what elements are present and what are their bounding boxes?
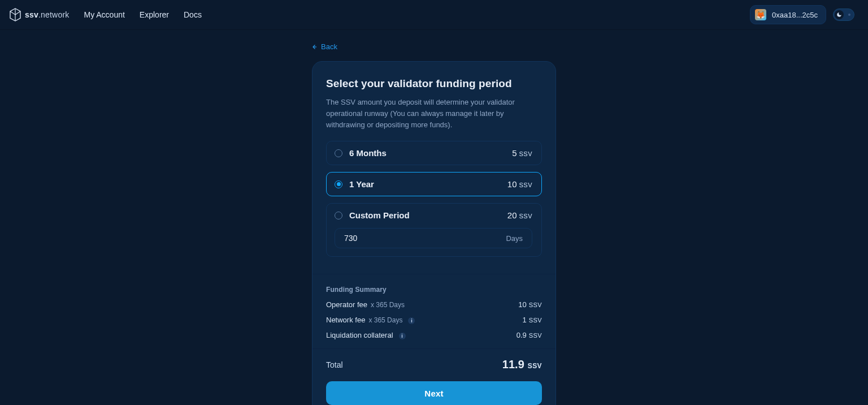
theme-toggle-dot (848, 14, 850, 16)
arrow-left-icon (311, 44, 318, 50)
custom-days-input[interactable] (344, 234, 506, 243)
option-price: 5SSV (512, 148, 532, 158)
summary-mult: x 365 Days (371, 301, 405, 309)
summary-label: Network fee (326, 316, 365, 324)
nav-explorer[interactable]: Explorer (140, 10, 169, 19)
wallet-avatar-icon: 🦊 (755, 9, 766, 20)
card-title: Select your validator funding period (326, 77, 542, 90)
option-price: 10SSV (507, 179, 532, 189)
radio-icon (335, 180, 342, 188)
option-price: 20SSV (507, 210, 532, 220)
option-label: Custom Period (349, 210, 410, 220)
option-1-year[interactable]: 1 Year 10SSV (326, 172, 542, 196)
back-link[interactable]: Back (311, 42, 337, 51)
info-icon[interactable]: i (399, 333, 406, 339)
top-nav: My Account Explorer Docs (84, 10, 201, 19)
summary-value: 10SSV (518, 300, 542, 309)
option-label: 1 Year (349, 179, 374, 189)
funding-summary: Funding Summary Operator fee x 365 Days … (313, 274, 555, 348)
radio-icon (335, 149, 342, 157)
option-6-months[interactable]: 6 Months 5SSV (326, 141, 542, 165)
summary-heading: Funding Summary (326, 286, 542, 294)
days-suffix: Days (506, 234, 523, 243)
moon-icon (835, 10, 844, 19)
option-label: 6 Months (349, 148, 387, 158)
summary-mult: x 365 Days (368, 316, 402, 324)
summary-row-network-fee: Network fee x 365 Days i 1SSV (326, 316, 542, 324)
wallet-button[interactable]: 🦊 0xaa18...2c5c (750, 5, 826, 24)
info-icon[interactable]: i (408, 317, 415, 324)
card-description: The SSV amount you deposit will determin… (326, 97, 542, 131)
back-link-label: Back (321, 42, 337, 51)
total-row: Total 11.9SSV (326, 358, 542, 371)
total-label: Total (326, 360, 343, 369)
wallet-address: 0xaa18...2c5c (772, 11, 818, 19)
summary-row-liquidation: Liquidation collateral i 0.9SSV (326, 331, 542, 339)
brand-logo-text: ssv.network (25, 10, 69, 19)
summary-row-operator-fee: Operator fee x 365 Days 10SSV (326, 300, 542, 309)
radio-icon (335, 212, 342, 219)
nav-docs[interactable]: Docs (184, 10, 202, 19)
app-header: ssv.network My Account Explorer Docs 🦊 0… (0, 0, 868, 30)
theme-toggle[interactable] (833, 8, 854, 21)
brand-logo-icon (9, 8, 21, 21)
summary-label: Liquidation collateral (326, 331, 393, 339)
option-custom-period[interactable]: Custom Period 20SSV Days (326, 203, 542, 257)
summary-value: 1SSV (523, 316, 542, 324)
nav-my-account[interactable]: My Account (84, 10, 124, 19)
brand-logo[interactable]: ssv.network (9, 8, 69, 21)
funding-card: Select your validator funding period The… (312, 61, 556, 405)
summary-label: Operator fee (326, 300, 367, 309)
custom-days-field: Days (335, 228, 532, 248)
summary-value: 0.9SSV (517, 331, 542, 339)
page: Back Select your validator funding perio… (0, 30, 868, 405)
next-button[interactable]: Next (326, 381, 542, 405)
total-value: 11.9SSV (502, 358, 542, 371)
